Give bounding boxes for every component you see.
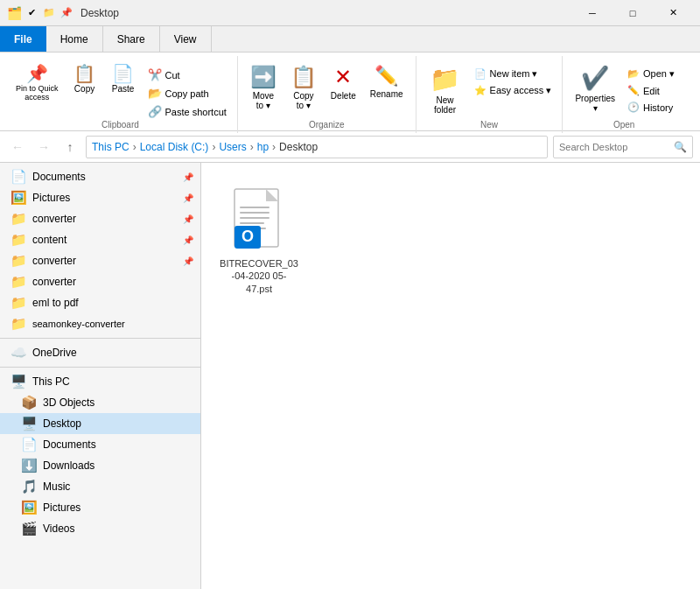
music-icon: 🎵 [21,479,38,494]
minimize-button[interactable]: ─ [572,0,612,26]
delete-icon: ✕ [334,65,352,89]
new-item-icon: 📄 [474,68,486,80]
new-folder-icon: 📁 [430,65,460,94]
tab-view[interactable]: View [160,26,212,52]
title-bar: 🗂️ ✔ 📁 📌 Desktop ─ □ ✕ [0,0,700,26]
new-item-button[interactable]: 📄 New item ▾ [471,67,556,81]
search-input[interactable] [559,142,674,152]
move-to-button[interactable]: ➡️ Moveto ▾ [245,61,282,114]
window-controls[interactable]: ─ □ ✕ [572,0,693,26]
sidebar-item-pictures[interactable]: 🖼️ Pictures 📌 [0,187,200,208]
organize-group-label: Organize [309,120,345,131]
desktop-icon: 🖥️ [21,416,38,431]
file-item-pst[interactable]: O BITRECOVER_03-04-2020 05-47.pst [215,177,303,302]
3d-objects-icon: 📦 [21,395,38,410]
easy-access-button[interactable]: ⭐ Easy access ▾ [471,83,556,98]
folder-icon-2: 📁 [10,232,27,248]
maximize-button[interactable]: □ [612,0,653,26]
sidebar-item-content[interactable]: 📁 content 📌 [0,229,200,250]
sidebar-item-eml-to-pdf[interactable]: 📁 eml to pdf [0,292,200,313]
folder-icon-5: 📁 [10,295,27,311]
delete-button[interactable]: ✕ Delete [326,61,361,104]
tab-share[interactable]: Share [103,26,160,52]
properties-button[interactable]: ✔️ Properties▾ [570,61,620,116]
sidebar-item-seamonkey-label: seamonkey-converter [32,319,125,329]
sidebar-item-seamonkey[interactable]: 📁 seamonkey-converter [0,313,200,334]
documents-pc-icon: 📄 [21,437,38,452]
clipboard-small-items: ✂️ Cut 📂 Copy path 🔗 Paste shortcut [144,61,230,120]
svg-rect-2 [240,207,270,208]
paste-shortcut-label: Paste shortcut [165,107,227,117]
back-button[interactable]: ← [7,137,28,158]
paste-shortcut-button[interactable]: 🔗 Paste shortcut [144,103,230,120]
breadcrumb-sep-3: › [250,141,254,153]
paste-label: Paste [112,84,135,94]
search-box[interactable]: 🔍 [553,136,693,158]
pictures-pc-icon: 🖼️ [21,500,38,515]
open-icon: 📂 [627,68,640,80]
paste-button[interactable]: 📄 Paste [106,61,141,97]
sidebar-item-3d-objects[interactable]: 📦 3D Objects [0,392,200,413]
copy-path-button[interactable]: 📂 Copy path [144,85,230,102]
properties-icon: ✔️ [581,65,609,92]
new-folder-button[interactable]: 📁 Newfolder [424,61,467,118]
copy-path-label: Copy path [165,88,209,99]
sidebar-item-onedrive[interactable]: ☁️ OneDrive [0,342,200,363]
svg-rect-3 [240,212,270,214]
app-icon: 🗂️ [7,6,21,20]
copy-to-button[interactable]: 📋 Copyto ▾ [285,61,322,114]
folder-icon-1: 📁 [10,211,27,227]
svg-rect-4 [240,217,270,219]
folder-icon-4: 📁 [10,274,27,290]
breadcrumb[interactable]: This PC › Local Disk (C:) › Users › hp ›… [86,136,548,158]
pin-to-quick-access-button[interactable]: 📌 Pin to Quickaccess [10,61,64,105]
rename-button[interactable]: ✏️ Rename [365,61,409,102]
new-folder-label: Newfolder [434,95,456,115]
sidebar-item-content-label: content [32,234,66,246]
title-bar-icons: 🗂️ ✔ 📁 📌 [7,6,74,20]
ribbon-group-new: 📁 Newfolder 📄 New item ▾ ⭐ Easy access ▾… [416,56,564,133]
breadcrumb-users[interactable]: Users [219,141,246,153]
folder-icon-6: 📁 [10,316,27,332]
forward-button[interactable]: → [33,137,54,158]
copy-icon: 📋 [74,65,95,82]
sidebar-divider-1 [0,338,200,339]
sidebar-item-converter1[interactable]: 📁 converter 📌 [0,208,200,229]
up-button[interactable]: ↑ [60,137,80,158]
sidebar-item-documents[interactable]: 📄 Documents 📌 [0,166,200,187]
breadcrumb-this-pc[interactable]: This PC [92,141,130,153]
sidebar-item-documents-pc-label: Documents [43,438,96,451]
sidebar-item-documents-pc[interactable]: 📄 Documents [0,434,200,455]
sidebar-item-pictures-pc[interactable]: 🖼️ Pictures [0,497,200,518]
history-icon: 🕑 [627,102,640,113]
sidebar-item-videos[interactable]: 🎬 Videos [0,518,200,539]
breadcrumb-local-disk[interactable]: Local Disk (C:) [140,141,209,153]
ribbon-group-clipboard: 📌 Pin to Quickaccess 📋 Copy 📄 Paste ✂️ [4,56,238,133]
tab-home[interactable]: Home [46,26,103,52]
tab-file[interactable]: File [0,26,46,52]
sidebar-item-downloads[interactable]: ⬇️ Downloads [0,455,200,476]
sidebar-item-pictures-pc-label: Pictures [43,501,80,514]
breadcrumb-hp[interactable]: hp [257,141,269,153]
sidebar-item-eml-to-pdf-label: eml to pdf [32,297,79,309]
breadcrumb-desktop: Desktop [279,141,318,153]
sidebar-item-music[interactable]: 🎵 Music [0,476,200,497]
sidebar-item-this-pc-label: This PC [32,375,70,388]
sidebar-item-converter2[interactable]: 📁 converter 📌 [0,250,200,271]
pin-label: Pin to Quickaccess [16,84,59,102]
folder-icon: 📁 [42,6,56,20]
sidebar-item-desktop[interactable]: 🖥️ Desktop [0,413,200,434]
breadcrumb-sep-2: › [212,141,215,153]
history-button[interactable]: 🕑 History [624,100,678,115]
edit-button[interactable]: ✏️ Edit [624,83,678,98]
file-icon-wrapper: O [228,184,290,254]
onedrive-icon: ☁️ [10,345,27,361]
address-bar: ← → ↑ This PC › Local Disk (C:) › Users … [0,131,700,163]
sidebar-item-this-pc[interactable]: 🖥️ This PC [0,371,200,392]
sidebar-item-converter3-label: converter [32,276,76,288]
close-button[interactable]: ✕ [653,0,693,26]
copy-button[interactable]: 📋 Copy [67,61,102,97]
sidebar-item-converter3[interactable]: 📁 converter [0,271,200,292]
cut-button[interactable]: ✂️ Cut [144,67,230,83]
open-button[interactable]: 📂 Open ▾ [624,67,678,81]
